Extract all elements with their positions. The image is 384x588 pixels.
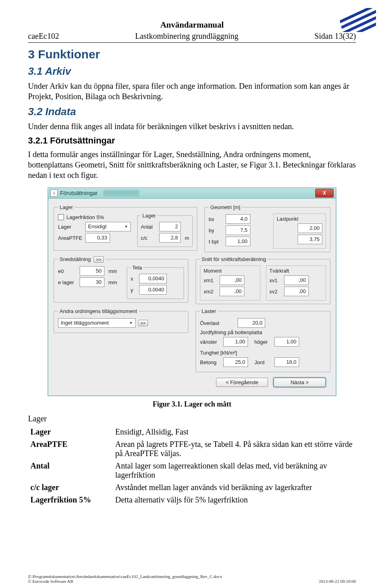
group-snitt: Snitt för snittkraftsberäkning Moment xm… [196, 256, 330, 304]
label-xm1: xm1 [204, 277, 217, 283]
next-button[interactable]: Nästa > [274, 378, 326, 387]
group-lager-inner: Lager Antal 2 c/c 2,8 m [137, 213, 193, 247]
label-moment: Moment [204, 268, 257, 274]
label-overlast: Överlast [200, 320, 235, 326]
checkbox-lagerfriktion[interactable] [58, 214, 64, 220]
input-jord[interactable]: 18,0 [274, 357, 299, 367]
page-header: caeEc102 Lastkombinering grundläggning S… [28, 32, 356, 43]
label-betong: Betong [200, 359, 221, 365]
input-xm1[interactable]: ,00 [220, 275, 244, 285]
label-jord: Jord [254, 359, 272, 365]
close-button[interactable]: X [315, 189, 334, 197]
dialog-forutsattningar: 1 Förutsättningar X Lager [48, 187, 336, 396]
label-xm2: xm2 [204, 289, 217, 295]
close-icon: X [323, 190, 326, 196]
heading-functions: 3 Funktioner [28, 48, 356, 61]
group-tvarkraft: Tvärkraft xv1,00 xv2,00 [266, 265, 326, 301]
input-cc[interactable]: 2,8 [159, 233, 181, 243]
input-antal[interactable]: 2 [159, 222, 181, 231]
para-forutsattningar: I detta formulär anges inställningar för… [28, 149, 356, 180]
input-teta-x[interactable]: 0,0040 [139, 274, 167, 283]
def-areaptfe: Arean på lagrets PTFE-yta, se Tabell 4. … [113, 438, 356, 460]
legend-geometri: Geometri [m] [209, 204, 242, 210]
prev-button[interactable]: < Föregående [216, 378, 268, 387]
chevron-down-icon: ▼ [129, 319, 133, 327]
titlebar: 1 Förutsättningar X [48, 188, 336, 199]
input-by[interactable]: 7,5 [226, 225, 250, 235]
legend-snedstallning: Snedställning >> [58, 256, 105, 262]
chevron-down-icon: ▼ [124, 223, 128, 230]
table-row: c/c lagerAvståndet mellan lager används … [28, 481, 356, 494]
input-teta-y[interactable]: 0,0040 [139, 285, 167, 295]
term-lager: Lager [30, 427, 51, 436]
label-lager: Lager [58, 224, 83, 230]
app-icon: 1 [50, 189, 58, 197]
dialog-title: Förutsättningar [60, 190, 98, 196]
label-teta-y: y [130, 287, 137, 293]
input-elager[interactable]: 30 [80, 277, 104, 287]
expand-andra-button[interactable]: >> [138, 320, 148, 326]
label-teta-x: x [130, 276, 137, 282]
term-cclager: c/c lager [30, 483, 59, 492]
legend-teta: Teta [130, 265, 144, 271]
input-xm2[interactable]: ,00 [220, 287, 244, 296]
group-lastpunkt: Lastpunkt 2,00 3,75 [273, 213, 326, 249]
heading-forutsattningar: 3.2.1 Förutsättningar [28, 136, 356, 146]
doc-title: Användarmanual [28, 20, 356, 30]
figure-caption: Figur 3.1. Lager och mått [28, 400, 356, 409]
label-e0: e0 [58, 268, 77, 274]
input-hoger[interactable]: 1,00 [274, 337, 299, 347]
input-betong[interactable]: 25,0 [223, 357, 248, 367]
input-bx[interactable]: 4,0 [226, 214, 250, 224]
table-row: LagerEnsidigt, Allsidig, Fast [28, 426, 356, 438]
legend-laster: Laster [200, 308, 218, 314]
defs-group-title: Lager [28, 414, 356, 423]
unit-cc: m [185, 235, 189, 241]
input-tbpl[interactable]: 1,00 [226, 237, 250, 246]
legend-lager: Lager [58, 204, 74, 210]
combo-andra-value: Inget tilläggsmoment [61, 319, 109, 327]
label-by: by [209, 227, 223, 233]
table-row: Lagerfriktion 5%Detta alternativ väljs f… [28, 494, 356, 506]
input-e0[interactable]: 50 [80, 266, 104, 276]
group-laster: Laster Överlast 20,0 Jordfyllning på bot… [196, 308, 330, 372]
label-cc: c/c [141, 235, 157, 241]
combo-lager[interactable]: Ensidigt ▼ [85, 222, 131, 231]
legend-snitt: Snitt för snittkraftsberäkning [200, 256, 268, 262]
term-lagerfriktion5: Lagerfriktion 5% [30, 495, 91, 504]
footer-date: 2013-08-22 09:18:00 [319, 579, 356, 584]
group-moment: Moment xm1,00 xm2,00 [200, 265, 260, 301]
term-antal: Antal [30, 461, 50, 470]
heading-arkiv: 3.1 Arkiv [28, 65, 356, 78]
table-row: AntalAntal lager som lagerreaktionen ska… [28, 460, 356, 481]
footer-copyright: © Eurocode Software AB [28, 579, 222, 584]
group-andra-ordningens: Andra ordningens tilläggsmoment Inget ti… [54, 308, 188, 333]
input-xv2[interactable]: ,00 [284, 287, 309, 296]
input-xv1[interactable]: ,00 [284, 275, 309, 285]
term-areaptfe: AreaPTFE [30, 440, 68, 448]
label-vanster: vänster [200, 339, 221, 345]
input-overlast[interactable]: 20,0 [238, 318, 265, 328]
group-snedstallning: Snedställning >> e050mm e lager30mm [54, 256, 188, 303]
def-antal: Antal lager som lagerreaktionen skall de… [113, 460, 356, 481]
label-lagerfriktion5: Lagerfriktion 5% [66, 214, 104, 220]
input-lastpunkt-1[interactable]: 2,00 [298, 223, 322, 233]
unit-elager: mm [108, 279, 117, 285]
expand-snedstallning-button[interactable]: >> [94, 256, 104, 263]
label-areaptfe: AreaPTFE [58, 235, 83, 241]
label-xv2: xv2 [270, 289, 282, 295]
input-lastpunkt-2[interactable]: 3,75 [298, 235, 322, 244]
table-row: AreaPTFEArean på lagrets PTFE-yta, se Ta… [28, 438, 356, 460]
para-indata: Under denna flik anges all indata för be… [28, 121, 356, 132]
input-areaptfe[interactable]: 0,33 [85, 233, 110, 243]
def-cclager: Avståndet mellan lager används vid beräk… [113, 481, 356, 494]
legend-lager-inner: Lager [141, 213, 157, 219]
combo-andra-ordningens[interactable]: Inget tilläggsmoment ▼ [58, 318, 136, 328]
label-tunghet: Tunghet [kN/m²] [200, 350, 326, 356]
label-hoger: höger [254, 339, 272, 345]
group-teta: Teta x0,0040 y0,0040 [127, 265, 184, 299]
def-lagerfriktion5: Detta alternativ väljs för 5% lagerfrikt… [113, 494, 356, 506]
group-geometri: Geometri [m] bx4,0 by7,5 t bpl1,00 Lastp… [204, 204, 330, 252]
header-right: Sidan 13(32) [314, 32, 356, 41]
input-vanster[interactable]: 1,00 [223, 337, 248, 347]
